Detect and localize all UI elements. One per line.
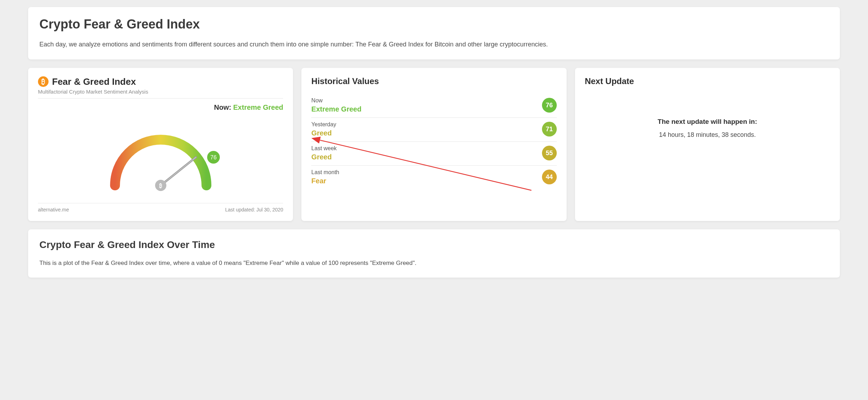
- next-update-panel: Next Update The next update will happen …: [575, 68, 840, 221]
- historical-sentiment: Greed: [311, 153, 337, 161]
- over-time-card: Crypto Fear & Greed Index Over Time This…: [28, 229, 840, 278]
- historical-row-last-week: Last week Greed 55: [311, 142, 556, 166]
- historical-label: Last month: [311, 169, 339, 176]
- historical-sentiment: Fear: [311, 177, 339, 185]
- historical-sentiment: Greed: [311, 129, 336, 137]
- historical-sentiment: Extreme Greed: [311, 105, 361, 113]
- gauge-now-line: Now: Extreme Greed: [38, 103, 283, 112]
- historical-label: Last week: [311, 145, 337, 152]
- historical-value-badge: 76: [542, 98, 557, 113]
- next-update-line1: The next update will happen in:: [585, 118, 830, 126]
- historical-value-badge: 55: [542, 146, 557, 160]
- bitcoin-icon: ₿: [38, 76, 49, 87]
- gauge-chart: ₿ 76: [38, 119, 283, 199]
- gauge-header: ₿ Fear & Greed Index: [38, 76, 283, 87]
- gauge-source: alternative.me: [38, 207, 69, 212]
- historical-label: Now: [311, 97, 361, 104]
- gauge-now-sentiment: Extreme Greed: [233, 103, 283, 111]
- gauge-footer: alternative.me Last updated: Jul 30, 202…: [38, 203, 283, 212]
- historical-value-badge: 44: [542, 170, 557, 184]
- gauge-svg: ₿ 76: [97, 119, 224, 199]
- gauge-panel: ₿ Fear & Greed Index Multifactorial Cryp…: [28, 68, 293, 221]
- page-title: Crypto Fear & Greed Index: [39, 17, 829, 32]
- historical-row-yesterday: Yesterday Greed 71: [311, 118, 556, 142]
- gauge-last-updated: Last updated: Jul 30, 2020: [225, 207, 283, 212]
- over-time-description: This is a plot of the Fear & Greed Index…: [39, 258, 829, 268]
- header-card: Crypto Fear & Greed Index Each day, we a…: [28, 7, 840, 59]
- historical-title: Historical Values: [311, 76, 556, 86]
- historical-label: Yesterday: [311, 121, 336, 128]
- historical-value-badge: 71: [542, 122, 557, 136]
- next-update-countdown: 14 hours, 18 minutes, 38 seconds.: [585, 131, 830, 139]
- page-description: Each day, we analyze emotions and sentim…: [39, 39, 829, 50]
- gauge-value-badge: 76: [210, 154, 217, 160]
- gauge-title: Fear & Greed Index: [52, 76, 136, 87]
- over-time-title: Crypto Fear & Greed Index Over Time: [39, 239, 829, 250]
- historical-panel: Historical Values Now Extreme Greed 76 Y…: [301, 68, 566, 221]
- svg-line-1: [161, 157, 196, 185]
- historical-row-last-month: Last month Fear 44: [311, 166, 556, 189]
- panels-row: ₿ Fear & Greed Index Multifactorial Cryp…: [28, 68, 840, 221]
- gauge-subtitle: Multifactorial Crypto Market Sentiment A…: [38, 89, 283, 99]
- gauge-now-label: Now:: [214, 103, 231, 111]
- next-update-title: Next Update: [585, 76, 830, 86]
- historical-row-now: Now Extreme Greed 76: [311, 94, 556, 118]
- svg-text:₿: ₿: [159, 183, 162, 189]
